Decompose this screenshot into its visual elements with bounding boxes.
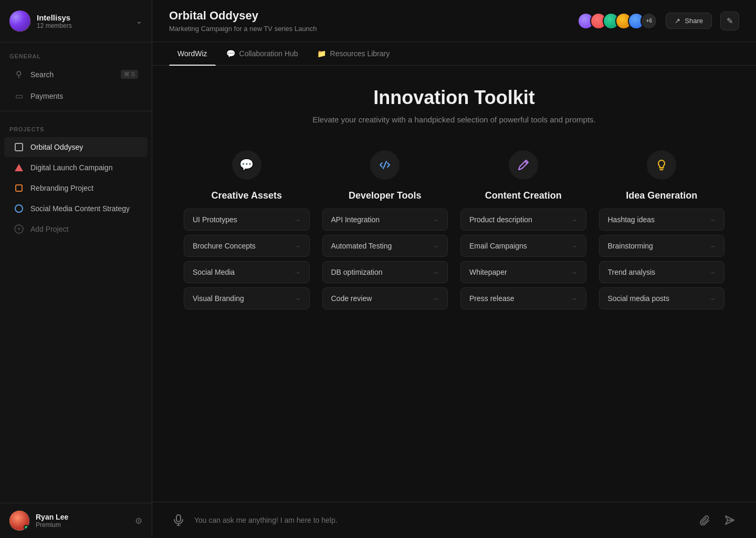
chat-icon: 💬 (226, 49, 235, 58)
add-project-icon: + (14, 224, 24, 234)
tabs-bar: WordWiz 💬 Collaboration Hub 📁 Resources … (152, 42, 756, 66)
svg-rect-4 (176, 515, 181, 522)
automated-testing-arrow: → (432, 242, 439, 250)
visual-branding-arrow: → (294, 295, 301, 303)
edit-button[interactable]: ✎ (720, 12, 739, 30)
sidebar-divider-1 (0, 111, 152, 111)
brochure-concepts-arrow: → (294, 242, 301, 250)
header-right: +6 ↗ Share ✎ (578, 12, 739, 30)
toolkit-subtitle: Elevate your creativity with a handpicke… (184, 115, 724, 124)
sidebar-item-orbital-oddysey[interactable]: Orbital Oddysey (4, 137, 148, 157)
online-status-dot (24, 525, 29, 530)
project-label-rebranding: Rebranding Project (30, 184, 93, 192)
sidebar-item-search[interactable]: ⚲ Search ⌘ S (4, 64, 148, 85)
category-item-product-description[interactable]: Product description → (460, 209, 586, 231)
category-item-ui-prototypes[interactable]: UI Prototypes → (184, 209, 310, 231)
category-item-brochure-concepts[interactable]: Brochure Concepts → (184, 235, 310, 257)
category-item-code-review[interactable]: Code review → (322, 287, 448, 309)
category-idea-generation: Idea Generation Hashtag ideas → Brainsto… (599, 150, 725, 309)
category-item-press-release[interactable]: Press release → (460, 287, 586, 309)
projects-section-label: PROJECTS (0, 116, 152, 137)
sidebar-item-social-media[interactable]: Social Media Content Strategy (4, 199, 148, 219)
settings-icon[interactable]: ⚙ (135, 516, 142, 526)
creative-assets-items: UI Prototypes → Brochure Concepts → Soci… (184, 209, 310, 309)
category-item-db-optimization[interactable]: DB optimization → (322, 261, 448, 283)
add-project-label: Add Project (30, 225, 68, 233)
project-label-social: Social Media Content Strategy (30, 204, 130, 213)
user-avatar (9, 511, 29, 531)
developer-tools-title: Developer Tools (322, 190, 448, 201)
ui-prototypes-label: UI Prototypes (193, 215, 237, 224)
main-content: Orbital Oddysey Marketing Campaign for a… (152, 0, 756, 538)
workspace-avatar (9, 11, 30, 32)
email-campaigns-label: Email Campaigns (469, 242, 527, 250)
social-media-arrow: → (294, 268, 301, 276)
send-button[interactable] (720, 511, 739, 530)
content-creation-icon-wrap (509, 150, 538, 180)
social-media-posts-arrow: → (709, 295, 716, 303)
sidebar-item-rebranding[interactable]: Rebranding Project (4, 178, 148, 198)
category-item-social-media-posts[interactable]: Social media posts → (599, 287, 725, 309)
sidebar-item-digital-launch[interactable]: Digital Launch Campaign (4, 158, 148, 178)
tab-resources-library[interactable]: 📁 Resources Library (309, 42, 398, 65)
api-integration-arrow: → (432, 216, 439, 224)
code-icon (379, 159, 391, 171)
tab-wordwiz[interactable]: WordWiz (169, 42, 216, 65)
user-name: Ryan Lee (36, 513, 129, 521)
chat-input[interactable] (194, 516, 689, 524)
api-integration-label: API Integration (331, 215, 380, 224)
workspace-header[interactable]: Intellisys 12 members ⌄ (0, 0, 152, 43)
project-label-orbital: Orbital Oddysey (30, 143, 83, 151)
share-button[interactable]: ↗ Share (666, 13, 712, 29)
content-area: Innovation Toolkit Elevate your creativi… (152, 66, 756, 502)
code-review-label: Code review (331, 294, 372, 303)
mic-button[interactable] (169, 511, 188, 530)
toolkit-title: Innovation Toolkit (184, 87, 724, 109)
creative-assets-icon-wrap: 💬 (232, 150, 261, 180)
send-icon (724, 515, 735, 525)
user-tier: Premium (36, 521, 129, 529)
share-icon: ↗ (675, 17, 680, 25)
content-creation-items: Product description → Email Campaigns → … (460, 209, 586, 309)
idea-generation-title: Idea Generation (599, 190, 725, 201)
category-item-visual-branding[interactable]: Visual Branding → (184, 287, 310, 309)
sidebar-item-payments[interactable]: ▭ Payments (4, 86, 148, 106)
product-description-arrow: → (571, 216, 578, 224)
social-media-label: Social Media (193, 268, 235, 276)
wordwiz-label: WordWiz (177, 49, 207, 58)
category-item-trend-analysis[interactable]: Trend analysis → (599, 261, 725, 283)
email-campaigns-arrow: → (571, 242, 578, 250)
search-kbd-badge: ⌘ S (121, 70, 138, 79)
payments-icon: ▭ (14, 91, 24, 101)
payments-label: Payments (30, 92, 138, 100)
attachment-button[interactable] (695, 511, 714, 530)
category-item-api-integration[interactable]: API Integration → (322, 209, 448, 231)
press-release-arrow: → (571, 295, 578, 303)
general-section-label: GENERAL (0, 43, 152, 64)
project-icon-social (14, 203, 24, 214)
creative-assets-icon: 💬 (239, 158, 254, 172)
user-info: Ryan Lee Premium (36, 513, 129, 529)
category-item-hashtag-ideas[interactable]: Hashtag ideas → (599, 209, 725, 231)
category-item-whitepaper[interactable]: Whitepaper → (460, 261, 586, 283)
project-title: Orbital Oddysey (169, 9, 317, 23)
brainstorming-arrow: → (709, 242, 716, 250)
svg-line-0 (383, 161, 386, 169)
tab-collaboration-hub[interactable]: 💬 Collaboration Hub (218, 42, 307, 65)
category-content-creation: Content Creation Product description → E… (460, 150, 586, 309)
db-optimization-arrow: → (432, 268, 439, 276)
folder-icon: 📁 (317, 49, 326, 58)
chevron-down-icon: ⌄ (136, 17, 142, 25)
project-label-digital: Digital Launch Campaign (30, 163, 112, 172)
workspace-members: 12 members (37, 22, 72, 29)
category-item-automated-testing[interactable]: Automated Testing → (322, 235, 448, 257)
category-item-social-media[interactable]: Social Media → (184, 261, 310, 283)
category-item-email-campaigns[interactable]: Email Campaigns → (460, 235, 586, 257)
search-icon: ⚲ (14, 69, 24, 79)
sidebar-item-add-project[interactable]: + Add Project (4, 219, 148, 239)
share-label: Share (685, 17, 703, 25)
product-description-label: Product description (469, 215, 532, 224)
search-label: Search (30, 70, 114, 79)
project-subtitle: Marketing Campaign for a new TV series L… (169, 25, 317, 33)
category-item-brainstorming[interactable]: Brainstorming → (599, 235, 725, 257)
